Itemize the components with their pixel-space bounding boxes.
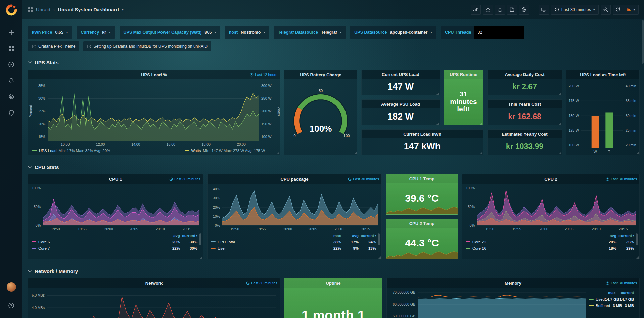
panel-header[interactable]: CPU 2 Last 30 minutes [462,174,639,184]
panel-time-range[interactable]: Last 30 minutes [606,278,637,288]
panel-title[interactable]: CPU 1 Temp [409,176,435,181]
zoom-out-button[interactable] [601,5,611,15]
star-dashboard-button[interactable] [483,5,493,15]
section-ups-stats[interactable]: UPS Stats [28,57,639,67]
save-dashboard-button[interactable] [507,5,517,15]
dashboard-settings-button[interactable] [519,5,529,15]
panel-time-range[interactable]: Last 30 minutes [169,174,200,184]
panel-title[interactable]: Current Load kWh [403,132,441,137]
cpu-package-chart[interactable]: 0%10%20%30%40%19:5019:5520:0020:0520:102… [208,184,381,232]
panel-time-range[interactable]: Last 30 minutes [348,174,379,184]
variable-dropdown[interactable]: Telegraf Datasource Telegraf ▾ [274,26,346,39]
refresh-interval-picker[interactable]: 5s ▾ [623,5,639,15]
panel-title[interactable]: UPS Load % [141,72,167,77]
panel-header[interactable]: UPS Battery Charge [284,70,357,79]
legend-item[interactable]: UPS Load Min: 17% Max: 32% Avg: 20% [32,149,110,153]
sidebar-dashboards-button[interactable] [5,42,18,55]
battery-gauge[interactable]: 050100100% [284,79,357,155]
legend-sort-max[interactable]: max [324,234,341,238]
legend-row[interactable]: Core 7 22% 30% [32,245,197,252]
cycle-view-button[interactable] [539,5,549,15]
sidebar-create-button[interactable] [5,26,18,39]
sidebar-explore-button[interactable] [5,58,18,71]
panel-header[interactable]: Average PSU Load [362,100,440,108]
panel-header[interactable]: Network Last 30 minutes [28,278,280,288]
panel-header[interactable]: Current UPS Load [362,70,440,79]
panel-title[interactable]: Current UPS Load [382,72,419,77]
panel-ups-load-header[interactable]: UPS Load % Last 12 hours [28,70,280,79]
dashboard-link[interactable]: Setting up Grafana and InfluxDB for UPS … [83,41,212,51]
panel-title[interactable]: UPS Battery Charge [300,72,341,77]
legend-scrollbar[interactable] [378,233,380,245]
cpu-threads-input[interactable] [474,26,524,39]
breadcrumb-folder[interactable]: Unraid [36,7,50,12]
share-dashboard-button[interactable] [495,5,505,15]
panel-header[interactable]: Uptime [284,278,382,288]
variable-dropdown[interactable]: host Nostromo ▾ [225,26,269,39]
network-chart[interactable]: 2.0 MBs4.0 MBs6.0 MBs [28,288,280,318]
panel-title[interactable]: Estimated Yearly Cost [502,132,547,137]
legend-sort-current[interactable]: current▾ [359,234,376,238]
ups-load-vs-time-chart[interactable]: 100 W125 W150 W175 W200 W20 min25 min30 … [566,79,639,155]
legend-item[interactable]: Watts Min: 147 W Max: 278 W Avg: 175 W [185,149,265,153]
legend-scrollbar[interactable] [636,233,638,245]
panel-title[interactable]: Average PSU Load [381,102,420,107]
panel-title[interactable]: UPS Runtime [450,72,477,77]
panel-title[interactable]: CPU 2 Temp [409,221,435,226]
refresh-button[interactable] [613,5,623,15]
legend-row[interactable]: Buffered 3 MB 3 MB [589,302,634,309]
panel-title[interactable]: CPU 2 [544,177,557,182]
panel-title[interactable]: Uptime [326,281,340,286]
variable-dropdown[interactable]: UPS Max Output Power Capacity (Watt) 865… [120,26,220,39]
legend-sort-avg[interactable]: avg [341,234,359,238]
legend-sort-max[interactable]: max [598,291,616,295]
variable-dropdown[interactable]: kWh Price 0.65 ▾ [28,26,72,39]
time-range-picker[interactable]: Last 30 minutes ▾ [551,5,599,15]
panel-time-range[interactable]: Last 30 minutes [606,174,637,184]
legend-sort-avg[interactable]: avg [599,234,616,238]
variable-dropdown[interactable]: UPS Datasource apcupsd-container ▾ [350,26,436,39]
panel-header[interactable]: Current Load kWh [362,130,483,138]
sidebar-admin-button[interactable] [5,106,18,120]
section-network-memory[interactable]: Network / Memory [28,266,639,276]
panel-header[interactable]: CPU 1 Last 30 minutes [28,174,203,184]
panel-header[interactable]: CPU package Last 30 minutes [208,174,381,184]
panel-header[interactable]: Memory Last 30 minutes [387,278,639,288]
sidebar-configuration-button[interactable] [5,90,18,103]
page-scrollbar[interactable] [642,20,644,64]
breadcrumb-dashboard-title[interactable]: Unraid System Dashboard [58,7,119,12]
variable-dropdown[interactable]: Currency kr ▾ [77,26,114,39]
panel-title[interactable]: CPU 1 [109,177,122,182]
section-cpu-stats[interactable]: CPU Stats [28,162,639,172]
legend-sort-avg[interactable]: avg [163,234,180,238]
panel-header[interactable]: UPS Runtime [444,70,483,79]
memory-chart[interactable]: 50.000000 GB60.000000 GB70.000000 GB [387,288,589,318]
panel-time-range[interactable]: Last 12 hours [250,70,277,79]
add-panel-button[interactable] [471,5,481,15]
legend-row[interactable]: CPU Total 38% 17% 24% [211,239,376,245]
panel-title[interactable]: This Years Cost [508,102,541,107]
dashboard-title-caret-icon[interactable]: ▾ [122,8,124,11]
legend-sort-current[interactable]: current▾ [180,234,197,238]
panel-title[interactable]: CPU package [280,177,308,182]
panel-header[interactable]: CPU 2 Temp [386,219,458,228]
legend-row[interactable]: Core 16 18% 29% [466,245,634,252]
user-avatar[interactable] [7,282,16,292]
panel-title[interactable]: Average Daily Cost [505,72,544,77]
legend-sort-current[interactable]: current▾ [616,234,634,238]
panel-title[interactable]: UPS Load vs Time left [580,72,626,77]
legend-row[interactable]: Core 22 20% 35% [466,239,634,245]
legend-sort-current[interactable]: current [616,291,634,295]
cpu2-chart[interactable]: 0%50%100%19:5019:5520:0020:0520:1020:15 [462,184,639,232]
sidebar-alerting-button[interactable] [5,74,18,87]
sidebar-help-button[interactable] [5,299,18,312]
legend-scrollbar[interactable] [199,233,201,245]
grafana-logo[interactable] [5,4,17,16]
legend-row[interactable]: Used 14.7 GB 14.7 GB [589,296,634,302]
cpu1-chart[interactable]: 0%50%100%19:5019:5520:0020:0520:1020:15 [28,184,203,232]
panel-header[interactable]: This Years Cost [488,100,562,108]
legend-row[interactable]: Core 6 20% 30% [32,239,197,245]
panel-time-range[interactable]: Last 30 minutes [246,278,277,288]
panel-header[interactable]: CPU 1 Temp [386,174,458,183]
legend-row[interactable]: User 22% 9% 13% [211,245,376,252]
